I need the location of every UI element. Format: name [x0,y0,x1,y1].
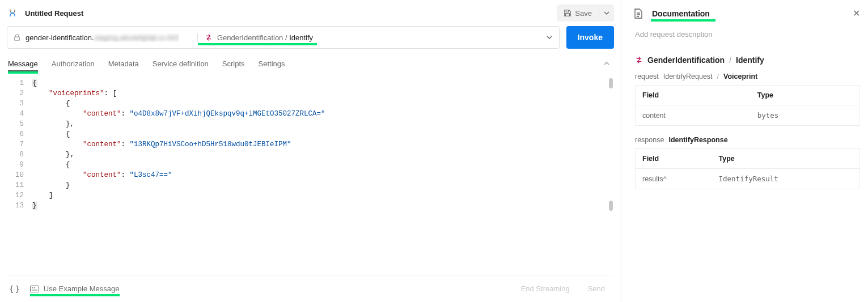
request-tabs: Message Authorization Metadata Service d… [7,52,614,75]
save-button[interactable]: Save [557,5,599,22]
documentation-panel: Documentation ✕ Add request description … [621,0,868,302]
url-box: gender-identification.staging.abcdefghij… [7,26,560,49]
doc-service: GenderIdentification [647,56,725,65]
save-button-group: Save [557,5,614,22]
documentation-header: Documentation ✕ [634,8,860,19]
svg-rect-1 [30,286,39,292]
server-host-redacted: staging.abcdefghijk.io:443 [94,33,179,42]
title-row: Untitled Request Save [7,0,614,26]
documentation-body: GenderIdentification / Identify request … [634,56,860,189]
save-icon [564,9,571,17]
server-host: gender-identification. [26,33,94,42]
main-column: Untitled Request Save gender-identificat… [0,0,621,302]
description-placeholder[interactable]: Add request description [634,30,860,39]
beautify-icon[interactable]: {} [9,284,21,294]
editor-footer: {} Use Example Message End Streaming Sen… [7,275,614,302]
document-icon [634,8,644,19]
chevron-down-icon [604,10,609,16]
url-row: gender-identification.staging.abcdefghij… [7,26,614,49]
tab-settings[interactable]: Settings [259,59,285,68]
invoke-label: Invoke [578,33,603,42]
server-url-field[interactable]: gender-identification.staging.abcdefghij… [7,33,197,42]
highlight-underline [198,43,317,45]
request-heading: request IdentifyRequest / Voiceprint [635,73,860,80]
save-label: Save [575,9,592,18]
table-row: contentbytes [636,105,860,126]
tab-scripts[interactable]: Scripts [222,59,245,68]
example-icon [30,286,39,292]
message-editor[interactable]: 12345678910111213 { "voiceprints": [ { "… [7,75,614,275]
method-name: Identify [289,33,313,42]
bidirectional-icon [635,56,643,64]
tab-authorization[interactable]: Authorization [52,59,95,68]
svg-point-3 [34,287,35,288]
chevron-down-icon [547,35,552,40]
scrollbar-thumb[interactable] [609,201,613,211]
send-button[interactable]: Send [581,281,612,296]
bidirectional-icon [205,33,213,41]
table-row: results^IdentifyResult [636,169,860,189]
service-name: GenderIdentification [217,33,283,42]
response-fields-table: FieldType results^IdentifyResult [635,148,860,189]
code-area[interactable]: { "voiceprints": [ { "content": "o4D8x8w… [32,78,614,275]
documentation-title: Documentation [652,9,710,18]
chevron-up-icon [604,61,609,66]
grpc-icon [7,7,18,19]
save-dropdown[interactable] [599,10,614,16]
use-example-message-button[interactable]: Use Example Message [30,284,120,293]
collapse-button[interactable] [604,61,614,66]
scrollbar-thumb[interactable] [609,78,613,88]
invoke-button[interactable]: Invoke [566,26,614,49]
close-button[interactable]: ✕ [853,8,860,19]
svg-point-2 [32,287,33,288]
end-streaming-button[interactable]: End Streaming [514,281,577,296]
doc-method: Identify [736,56,764,65]
lock-icon [13,33,21,41]
request-title[interactable]: Untitled Request [25,9,557,18]
tab-metadata[interactable]: Metadata [108,59,139,68]
use-example-label: Use Example Message [44,284,120,293]
line-gutter: 12345678910111213 [7,78,32,275]
doc-breadcrumb: GenderIdentification / Identify [635,56,860,65]
response-heading: response IdentifyResponse [635,136,860,144]
request-fields-table: FieldType contentbytes [635,85,860,126]
method-selector[interactable]: GenderIdentification / Identify [197,33,559,42]
svg-rect-0 [15,37,20,40]
tab-message[interactable]: Message [8,59,38,68]
tab-service-definition[interactable]: Service definition [153,59,209,68]
